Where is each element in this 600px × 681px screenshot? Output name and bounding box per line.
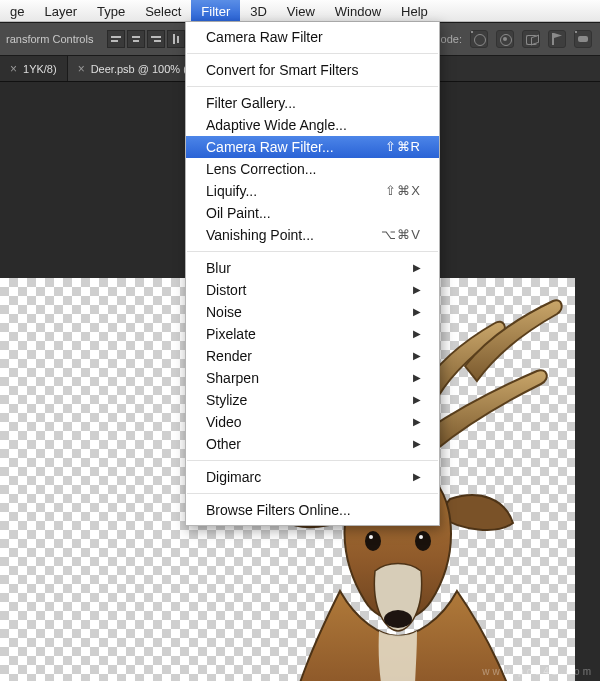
menu-item-label: Vanishing Point... [206,226,314,244]
close-icon[interactable]: × [10,63,17,75]
menu-item[interactable]: Digimarc▶ [186,466,439,488]
menu-separator [187,460,438,461]
menu-item-label: Convert for Smart Filters [206,61,358,79]
chevron-right-icon: ▶ [413,303,421,321]
menu-item-label: Render [206,347,252,365]
svg-point-3 [369,535,373,539]
menu-item-label: Camera Raw Filter [206,28,323,46]
menu-item-label: Video [206,413,242,431]
chevron-right-icon: ▶ [413,325,421,343]
menu-window[interactable]: Window [325,0,391,21]
menu-item-label: Digimarc [206,468,261,486]
menu-item[interactable]: Blur▶ [186,257,439,279]
options-label: ransform Controls [6,33,93,45]
threed-mode-group: 3D Mode: [414,30,600,48]
menu-item[interactable]: Video▶ [186,411,439,433]
menu-item-label: Sharpen [206,369,259,387]
menu-item-label: Oil Paint... [206,204,271,222]
chevron-right-icon: ▶ [413,369,421,387]
menu-item[interactable]: Filter Gallery... [186,92,439,114]
menu-item[interactable]: Render▶ [186,345,439,367]
align-left-icon[interactable] [107,30,125,48]
menu-item[interactable]: Sharpen▶ [186,367,439,389]
menu-item[interactable]: Liquify...⇧⌘X [186,180,439,202]
menu-item-label: Adaptive Wide Angle... [206,116,347,134]
chevron-right-icon: ▶ [413,347,421,365]
menu-item-label: Other [206,435,241,453]
menu-filter[interactable]: Filter [191,0,240,21]
slide-icon[interactable] [548,30,566,48]
menu-item-label: Distort [206,281,246,299]
menu-item-label: Lens Correction... [206,160,317,178]
menu-separator [187,251,438,252]
menu-item-shortcut: ⇧⌘R [385,138,421,156]
svg-point-1 [365,531,381,551]
menu-item-shortcut: ⇧⌘X [385,182,421,200]
document-tab[interactable]: ×1YK/8) [0,56,68,81]
svg-point-4 [419,535,423,539]
svg-point-0 [384,610,412,628]
chevron-right-icon: ▶ [413,413,421,431]
menu-separator [187,53,438,54]
orbit-icon[interactable] [470,30,488,48]
chevron-right-icon: ▶ [413,435,421,453]
watermark: www.pc841.com [482,666,594,677]
menu-help[interactable]: Help [391,0,438,21]
menu-item-label: Blur [206,259,231,277]
menu-item[interactable]: Convert for Smart Filters [186,59,439,81]
menubar: geLayerTypeSelectFilter3DViewWindowHelp [0,0,600,22]
menu-item-label: Browse Filters Online... [206,501,351,519]
align-icons-group [107,30,185,48]
chevron-right-icon: ▶ [413,468,421,486]
menu-select[interactable]: Select [135,0,191,21]
align-right-icon[interactable] [147,30,165,48]
menu-3d[interactable]: 3D [240,0,277,21]
menu-layer[interactable]: Layer [34,0,87,21]
roll-icon[interactable] [496,30,514,48]
chevron-right-icon: ▶ [413,391,421,409]
align-top-icon[interactable] [167,30,185,48]
menu-item[interactable]: Pixelate▶ [186,323,439,345]
menu-item-label: Liquify... [206,182,257,200]
menu-item-label: Camera Raw Filter... [206,138,334,156]
menu-item[interactable]: Browse Filters Online... [186,499,439,521]
pan-icon[interactable] [522,30,540,48]
menu-item[interactable]: Oil Paint... [186,202,439,224]
close-icon[interactable]: × [78,63,85,75]
menu-item[interactable]: Camera Raw Filter...⇧⌘R [186,136,439,158]
menu-item[interactable]: Other▶ [186,433,439,455]
menu-item-shortcut: ⌥⌘V [381,226,421,244]
menu-type[interactable]: Type [87,0,135,21]
menu-item-label: Pixelate [206,325,256,343]
menu-item[interactable]: Lens Correction... [186,158,439,180]
chevron-right-icon: ▶ [413,259,421,277]
chevron-right-icon: ▶ [413,281,421,299]
svg-point-2 [415,531,431,551]
menu-item-label: Noise [206,303,242,321]
menu-item-label: Stylize [206,391,247,409]
filter-menu-dropdown: Camera Raw FilterConvert for Smart Filte… [185,22,440,526]
scale-icon[interactable] [574,30,592,48]
menu-item[interactable]: Noise▶ [186,301,439,323]
menu-item[interactable]: Distort▶ [186,279,439,301]
align-center-icon[interactable] [127,30,145,48]
menu-ge[interactable]: ge [0,0,34,21]
menu-item[interactable]: Camera Raw Filter [186,26,439,48]
menu-item[interactable]: Stylize▶ [186,389,439,411]
menu-item[interactable]: Adaptive Wide Angle... [186,114,439,136]
menu-separator [187,493,438,494]
menu-view[interactable]: View [277,0,325,21]
menu-item[interactable]: Vanishing Point...⌥⌘V [186,224,439,246]
menu-separator [187,86,438,87]
menu-item-label: Filter Gallery... [206,94,296,112]
tab-label: 1YK/8) [23,63,57,75]
